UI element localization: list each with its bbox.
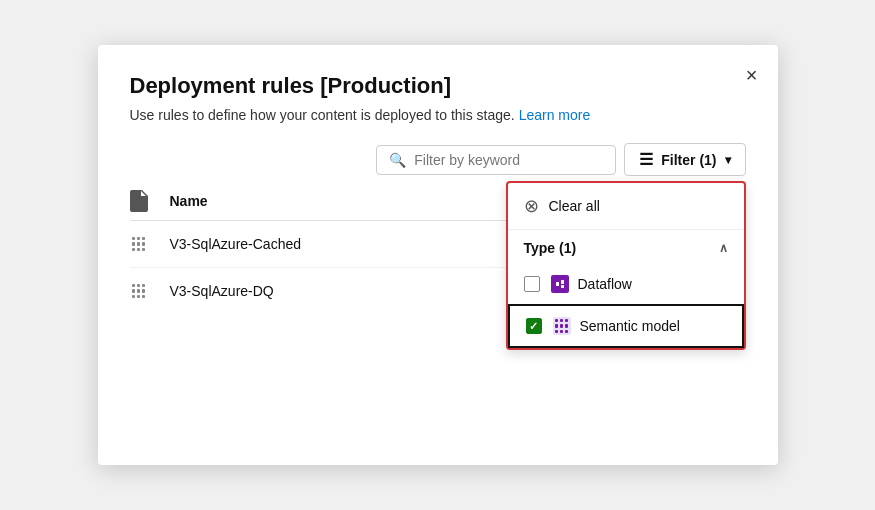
type-section-header: Type (1) ∧	[508, 230, 744, 264]
svg-rect-1	[561, 280, 564, 284]
clear-all-button[interactable]: ⊗ Clear all	[508, 183, 744, 230]
row1-icon	[130, 235, 170, 253]
filter-button[interactable]: ☰ Filter (1) ▾	[624, 143, 745, 176]
deployment-rules-dialog: × Deployment rules [Production] Use rule…	[98, 45, 778, 465]
document-icon	[130, 190, 148, 212]
dataflow-label: Dataflow	[578, 276, 632, 292]
collapse-icon[interactable]: ∧	[719, 241, 728, 255]
svg-rect-2	[561, 285, 564, 288]
clear-icon: ⊗	[524, 195, 539, 217]
learn-more-link[interactable]: Learn more	[519, 107, 591, 123]
chevron-down-icon: ▾	[725, 153, 731, 167]
search-input[interactable]	[414, 152, 603, 168]
semantic-model-checkbox[interactable]	[526, 318, 542, 334]
semantic-model-icon	[552, 316, 572, 336]
close-button[interactable]: ×	[746, 65, 758, 85]
filter-item-semantic-model[interactable]: Semantic model	[508, 304, 744, 348]
type-section-label: Type (1)	[524, 240, 577, 256]
toolbar: 🔍 ☰ Filter (1) ▾ ⊗ Clear all Type (1) ∧	[130, 143, 746, 176]
dialog-subtitle: Use rules to define how your content is …	[130, 107, 746, 123]
filter-icon: ☰	[639, 150, 653, 169]
filter-item-dataflow[interactable]: Dataflow	[508, 264, 744, 304]
header-icon-col	[130, 190, 170, 212]
search-icon: 🔍	[389, 152, 406, 168]
svg-rect-0	[556, 282, 559, 286]
dataflow-icon	[550, 274, 570, 294]
dataflow-checkbox[interactable]	[524, 276, 540, 292]
row2-icon	[130, 282, 170, 300]
dialog-title: Deployment rules [Production]	[130, 73, 746, 99]
clear-all-label: Clear all	[549, 198, 600, 214]
filter-button-label: Filter (1)	[661, 152, 716, 168]
search-box[interactable]: 🔍	[376, 145, 616, 175]
filter-dropdown: ⊗ Clear all Type (1) ∧	[506, 181, 746, 350]
semantic-model-label: Semantic model	[580, 318, 680, 334]
